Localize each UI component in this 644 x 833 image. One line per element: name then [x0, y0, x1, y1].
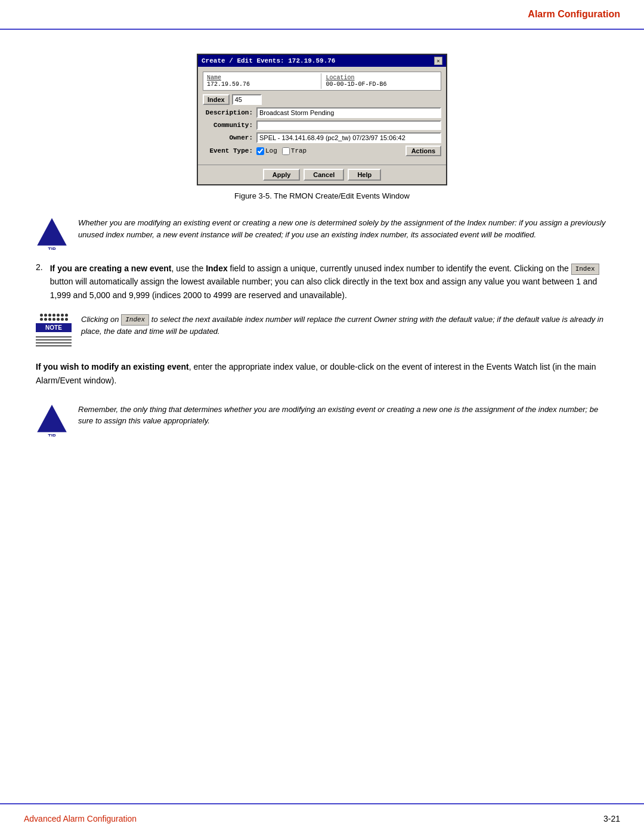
note-inline-index[interactable]: Index: [121, 314, 149, 326]
name-cell: Name 172.19.59.76: [205, 73, 321, 89]
tip1-icon: TIP: [36, 217, 69, 250]
dialog-body: Name 172.19.59.76 Location 00-00-1D-0F-F…: [198, 67, 446, 165]
location-header: Location: [326, 75, 438, 81]
dot: [65, 314, 68, 317]
step2-para: 2. If you are creating a new event, use …: [36, 262, 608, 302]
name-header: Name: [207, 75, 318, 81]
description-field: [256, 107, 441, 118]
step2-number: 2.: [36, 262, 43, 302]
dialog-titlebar: Create / Edit Events: 172.19.59.76 ✕: [198, 55, 446, 67]
owner-field: [256, 132, 441, 143]
dot: [57, 318, 60, 321]
note-box: NOTE Clicking on Index to select the nex…: [36, 314, 608, 348]
community-label: Community:: [203, 122, 256, 129]
trap-checkbox-item: Trap: [282, 147, 306, 155]
step2-bold: If you are creating a new event: [50, 264, 172, 273]
tip2-icon: TIP: [36, 404, 69, 436]
note-label: NOTE: [36, 323, 72, 332]
index-row: Index: [203, 94, 441, 105]
svg-text:TIP: TIP: [48, 247, 56, 250]
close-button[interactable]: ✕: [434, 57, 442, 65]
index-button[interactable]: Index: [203, 94, 230, 105]
dot: [44, 318, 47, 321]
footer-right-text: 3-21: [603, 814, 620, 823]
actions-button[interactable]: Actions: [405, 145, 441, 156]
location-value: 00-00-1D-0F-FD-B6: [326, 81, 438, 88]
dot: [61, 318, 64, 321]
dialog-window: Create / Edit Events: 172.19.59.76 ✕ Nam…: [197, 54, 447, 185]
log-checkbox[interactable]: [256, 147, 264, 155]
dialog-footer: Apply Cancel Help: [198, 165, 446, 184]
page-footer: Advanced Alarm Configuration 3-21: [0, 803, 644, 833]
cancel-button[interactable]: Cancel: [304, 169, 344, 181]
checkbox-group: Log Trap: [256, 147, 405, 155]
trap-checkbox[interactable]: [282, 147, 290, 155]
trap-label: Trap: [291, 147, 306, 154]
body-para: If you wish to modify an existing event,…: [36, 360, 608, 387]
dialog-title: Create / Edit Events: 172.19.59.76: [202, 57, 335, 64]
main-content: Create / Edit Events: 172.19.59.76 ✕ Nam…: [36, 36, 608, 797]
apply-button[interactable]: Apply: [263, 169, 301, 181]
svg-marker-2: [37, 405, 67, 432]
dot: [44, 314, 47, 317]
index-input[interactable]: [232, 94, 262, 105]
svg-marker-0: [37, 218, 67, 246]
event-type-label: Event Type:: [203, 147, 256, 154]
name-location-table: Name 172.19.59.76 Location 00-00-1D-0F-F…: [203, 72, 441, 91]
log-checkbox-item: Log: [256, 147, 277, 155]
description-label: Description:: [203, 109, 256, 116]
description-input[interactable]: [256, 107, 441, 118]
page-header: Alarm Configuration: [0, 0, 644, 30]
name-value: 172.19.59.76: [207, 81, 318, 88]
note-dots: [40, 314, 68, 321]
community-field: [256, 120, 441, 130]
figure-caption: Figure 3-5. The RMON Create/Edit Events …: [234, 191, 410, 200]
tip1-box: TIP Whether you are modifying an existin…: [36, 217, 608, 250]
help-button[interactable]: Help: [348, 169, 381, 181]
note-line: [36, 342, 72, 343]
owner-label: Owner:: [203, 134, 256, 141]
log-label: Log: [265, 147, 277, 154]
note-line: [36, 345, 72, 346]
owner-input[interactable]: [256, 132, 441, 143]
note-text: Clicking on Index to select the next ava…: [81, 314, 608, 337]
dot: [40, 318, 43, 321]
owner-row: Owner:: [203, 132, 441, 143]
dot: [52, 314, 55, 317]
step2-index-bold: Index: [206, 264, 228, 273]
community-input[interactable]: [256, 120, 441, 130]
dot: [48, 318, 51, 321]
dot: [65, 318, 68, 321]
note-lines: [36, 335, 72, 348]
dot: [40, 314, 43, 317]
dot: [48, 314, 51, 317]
location-cell: Location 00-00-1D-0F-FD-B6: [324, 73, 440, 89]
dot: [61, 314, 64, 317]
dot: [57, 314, 60, 317]
step2-text: If you are creating a new event, use the…: [50, 262, 608, 302]
community-row: Community:: [203, 120, 441, 130]
note-line: [36, 339, 72, 340]
inline-index-button[interactable]: Index: [571, 264, 599, 275]
description-row: Description:: [203, 107, 441, 118]
note-icon-container: NOTE: [36, 314, 72, 348]
header-title: Alarm Configuration: [528, 9, 620, 20]
tip1-text: Whether you are modifying an existing ev…: [78, 217, 608, 240]
tip2-box: TIP Remember, the only thing that determ…: [36, 404, 608, 436]
body-bold: If you wish to modify an existing event: [36, 362, 189, 371]
svg-text:TIP: TIP: [48, 433, 56, 436]
dot: [52, 318, 55, 321]
tip2-text: Remember, the only thing that determines…: [78, 404, 608, 427]
event-type-row: Event Type: Log Trap Actions: [203, 145, 441, 156]
note-line: [36, 336, 72, 337]
dialog-container: Create / Edit Events: 172.19.59.76 ✕ Nam…: [36, 54, 608, 200]
footer-left-text: Advanced Alarm Configuration: [24, 814, 137, 823]
